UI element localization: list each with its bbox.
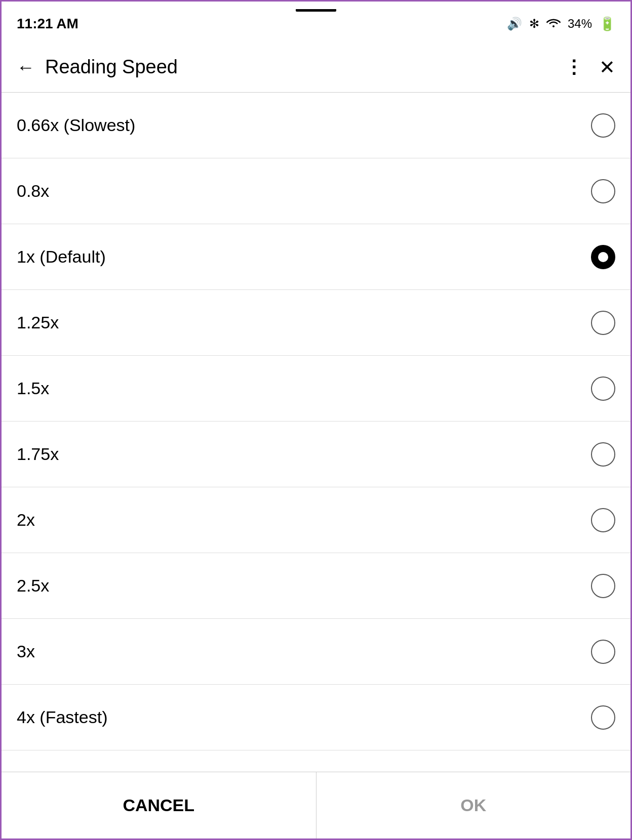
list-item[interactable]: 0.66x (Slowest) <box>2 93 630 158</box>
radio-button[interactable] <box>591 311 615 335</box>
bluetooth-icon: ✻ <box>529 17 539 31</box>
page-title: Reading Speed <box>45 56 565 78</box>
list-item[interactable]: 1x (Default) <box>2 224 630 290</box>
header: ← Reading Speed ⋮ ✕ <box>2 42 630 93</box>
radio-button[interactable] <box>591 442 615 467</box>
back-button[interactable]: ← <box>17 57 35 78</box>
radio-button[interactable] <box>591 376 615 401</box>
battery-icon: 🔋 <box>599 16 615 32</box>
close-button[interactable]: ✕ <box>599 56 615 78</box>
option-label: 2x <box>17 510 35 530</box>
list-item[interactable]: 1.75x <box>2 422 630 487</box>
radio-button[interactable] <box>591 245 615 269</box>
status-bar: 11:21 AM 🔊 ✻ 34% 🔋 <box>2 2 630 42</box>
cancel-button[interactable]: CANCEL <box>2 772 317 838</box>
cancel-label: CANCEL <box>123 795 194 815</box>
ok-label: OK <box>460 795 486 815</box>
option-label: 1.5x <box>17 379 49 398</box>
ok-button[interactable]: OK <box>317 772 631 838</box>
option-label: 4x (Fastest) <box>17 707 107 727</box>
status-icons: 🔊 ✻ 34% 🔋 <box>507 16 615 32</box>
option-label: 0.8x <box>17 181 49 201</box>
list-item[interactable]: 2x <box>2 487 630 553</box>
list-item[interactable]: 4x (Fastest) <box>2 685 630 750</box>
list-item[interactable]: 0.8x <box>2 158 630 224</box>
radio-button[interactable] <box>591 179 615 203</box>
option-label: 0.66x (Slowest) <box>17 115 135 135</box>
options-container: 0.66x (Slowest)0.8x1x (Default)1.25x1.5x… <box>2 93 630 775</box>
radio-button[interactable] <box>591 705 615 730</box>
status-time: 11:21 AM <box>17 16 78 32</box>
option-label: 1.25x <box>17 313 59 332</box>
option-label: 2.5x <box>17 576 49 596</box>
option-label: 3x <box>17 642 35 661</box>
option-label: 1.75x <box>17 444 59 464</box>
radio-button[interactable] <box>591 574 615 598</box>
swipe-indicator <box>296 9 336 12</box>
list-item[interactable]: 3x <box>2 619 630 685</box>
battery-text: 34% <box>568 17 592 31</box>
options-list: 0.66x (Slowest)0.8x1x (Default)1.25x1.5x… <box>2 93 630 750</box>
wifi-icon <box>546 17 561 31</box>
list-item[interactable]: 2.5x <box>2 553 630 619</box>
radio-button[interactable] <box>591 640 615 664</box>
bottom-bar: CANCEL OK <box>2 772 630 838</box>
option-label: 1x (Default) <box>17 247 106 267</box>
volume-icon: 🔊 <box>507 17 522 31</box>
more-options-button[interactable]: ⋮ <box>565 57 584 78</box>
radio-button[interactable] <box>591 113 615 138</box>
list-item[interactable]: 1.5x <box>2 356 630 422</box>
radio-button[interactable] <box>591 508 615 532</box>
list-item[interactable]: 1.25x <box>2 290 630 356</box>
